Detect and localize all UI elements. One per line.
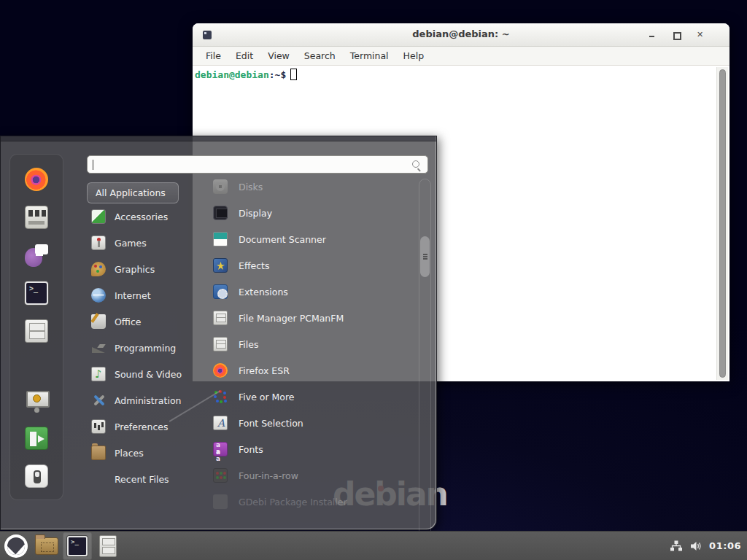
file-cabinet-launcher[interactable]: [93, 532, 123, 560]
app-item-label: Extensions: [239, 287, 288, 298]
games-icon: [91, 236, 106, 250]
pidgin-icon[interactable]: [25, 244, 48, 267]
maximize-button[interactable]: [670, 29, 682, 41]
app-item-five-or-more[interactable]: Five or More: [207, 384, 417, 410]
app-item-label: Four-in-a-row: [239, 470, 298, 481]
cabinet-icon[interactable]: [25, 319, 48, 343]
menu-scrollbar-track[interactable]: [419, 179, 431, 560]
terminal-prompt-line: debian@debian:~$: [195, 69, 297, 80]
category-label: Graphics: [115, 264, 155, 275]
shut-down-icon[interactable]: [25, 464, 48, 488]
close-button[interactable]: [694, 29, 706, 41]
firefox-icon[interactable]: [25, 168, 48, 191]
app-item-label: Firefox ESR: [239, 365, 290, 376]
terminal-menu-search[interactable]: Search: [297, 48, 343, 63]
terminal-icon: [67, 536, 88, 556]
app-item-label: Effects: [239, 260, 270, 271]
terminal-task-button[interactable]: [63, 532, 92, 560]
app-item-label: Files: [239, 339, 258, 350]
volume-icon[interactable]: [689, 540, 703, 553]
app-item-effects[interactable]: Effects: [207, 252, 417, 279]
search-input[interactable]: [87, 155, 428, 174]
graphics-icon: [91, 262, 106, 276]
app-item-file-manager-pcmanfm[interactable]: File Manager PCManFM: [207, 305, 417, 331]
category-places[interactable]: Places: [87, 440, 196, 466]
category-internet[interactable]: Internet: [87, 282, 196, 308]
font-selection-icon: [213, 416, 228, 430]
file-cabinet-icon: [99, 535, 117, 557]
cabinet-icon: [213, 311, 228, 325]
category-games[interactable]: Games: [87, 230, 196, 256]
terminal-menubar: FileEditViewSearchTerminalHelp: [193, 47, 729, 66]
app-item-extensions[interactable]: Extensions: [207, 279, 417, 305]
prompt-user-host: debian@debian: [195, 69, 269, 80]
category-graphics[interactable]: Graphics: [87, 256, 196, 282]
category-recent-files[interactable]: Recent Files: [87, 466, 196, 492]
menu-scrollbar-thumb[interactable]: [420, 236, 430, 277]
category-label: Programming: [115, 343, 176, 354]
menu-sidebar: [9, 154, 63, 500]
keyboard-icon[interactable]: [25, 206, 48, 229]
terminal-menu-terminal[interactable]: Terminal: [343, 48, 396, 63]
display-icon: [213, 206, 228, 220]
category-programming[interactable]: Programming: [87, 335, 196, 361]
programming-icon: [91, 341, 106, 355]
search-caret: [93, 160, 93, 170]
category-preferences[interactable]: Preferences: [87, 413, 196, 440]
none-icon: [91, 472, 106, 486]
clock[interactable]: 01:06: [709, 540, 741, 551]
category-accessories[interactable]: Accessories: [87, 203, 196, 230]
terminal-icon[interactable]: [25, 281, 48, 305]
app-item-label: Disks: [239, 182, 263, 192]
terminal-scrollbar-thumb[interactable]: [719, 69, 726, 378]
four-in-a-row-icon: [213, 468, 228, 483]
gdebi-icon: [213, 494, 228, 509]
application-menu: All Applications AccessoriesGamesGraphic…: [0, 136, 437, 530]
category-administration[interactable]: Administration: [87, 387, 196, 413]
favorite-launchers: [25, 168, 48, 343]
terminal-titlebar[interactable]: debian@debian: ~: [193, 23, 729, 47]
app-item-label: Display: [239, 208, 272, 219]
app-item-firefox-esr[interactable]: Firefox ESR: [207, 357, 417, 384]
app-item-font-selection[interactable]: Font Selection: [207, 410, 417, 436]
category-label: Places: [115, 448, 144, 459]
search-icon: [411, 160, 422, 170]
app-item-fonts[interactable]: Fonts: [207, 436, 417, 462]
app-item-four-in-a-row[interactable]: Four-in-a-row: [207, 462, 417, 489]
app-item-gdebi-package-installer[interactable]: GDebi Package Installer: [207, 489, 417, 515]
category-sound-video[interactable]: Sound & Video: [87, 361, 196, 387]
app-menu-icon-inner: [7, 537, 25, 555]
administration-icon: [91, 393, 106, 408]
app-item-document-scanner[interactable]: Document Scanner: [207, 226, 417, 252]
sound-video-icon: [91, 367, 106, 381]
terminal-menu-help[interactable]: Help: [396, 48, 432, 63]
menu-top-border: [1, 136, 436, 141]
terminal-menu-edit[interactable]: Edit: [228, 48, 260, 63]
app-item-disks[interactable]: Disks: [207, 174, 417, 200]
terminal-cursor: [290, 69, 297, 80]
app-item-label: Five or More: [239, 392, 295, 402]
app-item-label: Font Selection: [239, 418, 303, 429]
category-office[interactable]: Office: [87, 308, 196, 335]
cabinet-icon: [213, 337, 228, 351]
category-list: AccessoriesGamesGraphicsInternetOfficePr…: [87, 203, 196, 492]
category-label: Office: [115, 316, 142, 327]
app-item-display[interactable]: Display: [207, 200, 417, 226]
firefox-icon: [213, 363, 228, 378]
accessories-icon: [91, 209, 106, 224]
terminal-menu-view[interactable]: View: [260, 48, 297, 63]
log-out-icon[interactable]: [25, 427, 48, 450]
all-applications-button[interactable]: All Applications: [87, 182, 179, 203]
category-label: Preferences: [115, 421, 169, 432]
system-tray: 01:06: [670, 540, 747, 553]
network-icon[interactable]: [670, 540, 683, 553]
disks-icon: [213, 179, 228, 194]
file-manager-launcher[interactable]: [32, 532, 61, 560]
terminal-menu-file[interactable]: File: [198, 48, 228, 63]
app-item-files[interactable]: Files: [207, 331, 417, 357]
application-list: DisksDisplayDocument ScannerEffectsExten…: [207, 174, 417, 515]
app-menu-button[interactable]: [1, 532, 31, 560]
minimize-button[interactable]: [646, 29, 658, 41]
terminal-scrollbar-track[interactable]: [716, 67, 728, 380]
lock-screen-icon[interactable]: [25, 389, 48, 412]
